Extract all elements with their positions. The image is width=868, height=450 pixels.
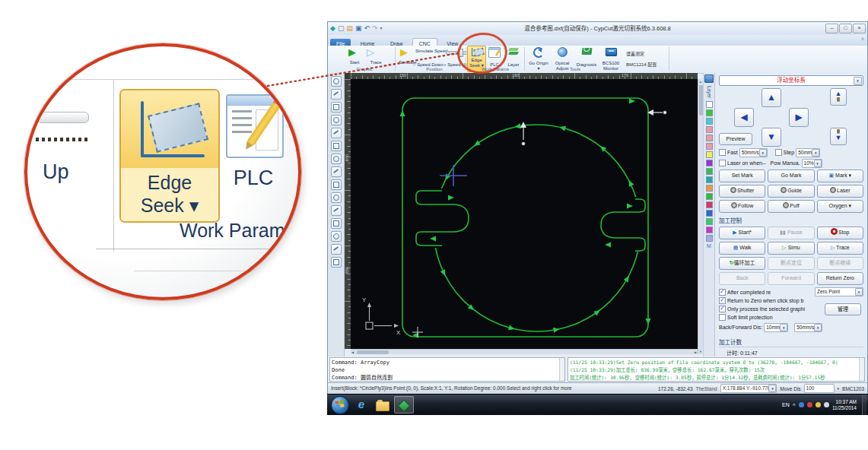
return-zero-checkbox[interactable]	[719, 297, 726, 304]
language-indicator[interactable]: EN	[782, 402, 790, 407]
shutter-button[interactable]: Shutter	[719, 185, 765, 198]
edge-seek-button-zoom[interactable]: Edge Seek ▾	[119, 89, 220, 223]
dis-select[interactable]: 10mm▾	[764, 323, 788, 332]
layer-color-swatch[interactable]	[706, 193, 713, 200]
laser-on-checkbox[interactable]	[719, 160, 726, 166]
tool-icon[interactable]	[331, 257, 342, 268]
coord-system-select[interactable]: 浮动坐标系 ▾	[719, 75, 863, 86]
canvas-hscrollbar[interactable]: ◀ ▶	[351, 349, 698, 354]
loop-process-button[interactable]: ↻循环加工	[719, 257, 765, 270]
console-scrollbar[interactable]	[859, 358, 864, 381]
taskbar-item-ie[interactable]: e	[351, 396, 371, 414]
layer-color-swatch[interactable]	[706, 135, 713, 141]
simulate-speed-slider-zoom[interactable]	[37, 112, 89, 123]
tool-icon[interactable]	[331, 102, 342, 112]
plc-icon[interactable]	[226, 94, 284, 158]
fast-checkbox[interactable]	[719, 149, 726, 156]
set-mark-button[interactable]: Set Mark	[719, 170, 765, 182]
optical-adjust-button[interactable]: Optical Adjust	[550, 46, 574, 57]
start-button[interactable]	[331, 396, 349, 414]
trace-button[interactable]: ▷	[367, 46, 374, 59]
start-button[interactable]: ▶ Start*	[719, 227, 765, 239]
tray-icon-red[interactable]	[807, 402, 812, 407]
bcs100-button[interactable]: BCS100 Monitor	[599, 46, 623, 56]
title-bar[interactable]: ◆ ▢ ▤ ▣ ↶ ↷ ▾ 混合参考图.dxf(自动保存) - CypCut激光…	[328, 22, 867, 35]
layer-color-swatch[interactable]	[706, 126, 713, 133]
pause-button[interactable]: ▮▮ Pause	[768, 227, 814, 239]
manage-button[interactable]: 管理	[825, 303, 861, 315]
close-button[interactable]: ×	[853, 24, 866, 33]
layer-tab-icon[interactable]	[704, 74, 714, 83]
laser-button[interactable]: Laser	[817, 185, 863, 198]
selected-only-checkbox[interactable]	[719, 306, 726, 312]
bmc1214-config-item[interactable]: BMC1214 配置	[626, 61, 657, 68]
guide-button[interactable]: Guide	[768, 185, 814, 198]
tool-icon[interactable]	[331, 231, 342, 242]
layer-color-swatch[interactable]	[706, 143, 713, 150]
taskbar-item-cypcut[interactable]	[394, 396, 414, 414]
layer-color-swatch[interactable]	[706, 176, 713, 183]
maximize-button[interactable]: □	[839, 24, 852, 33]
return-zero-button[interactable]: Return Zero	[817, 272, 863, 285]
tool-icon[interactable]	[331, 166, 342, 177]
canvas-vscrollbar[interactable]: ▲ ▼	[698, 79, 703, 354]
layer-color-swatch[interactable]	[706, 118, 713, 125]
layer-more[interactable]: M	[707, 243, 711, 249]
layer-color-swatch[interactable]	[706, 227, 713, 233]
dis-speed-select[interactable]: 50mm/s▾	[794, 323, 822, 332]
show-desktop-button[interactable]	[862, 395, 866, 415]
layer-color-swatch[interactable]	[706, 185, 713, 192]
layer-color-swatch[interactable]	[706, 168, 713, 175]
step-checkbox[interactable]	[775, 149, 782, 156]
puff-button[interactable]: Puff	[768, 200, 814, 213]
go-mark-button[interactable]: Go Mark	[768, 170, 814, 182]
layer-color-swatch[interactable]	[706, 101, 713, 108]
tool-icon[interactable]	[331, 89, 342, 100]
clock[interactable]: 10:37 AM 11/25/2014	[832, 399, 859, 411]
jog-down-button[interactable]: ▼	[761, 128, 781, 147]
plc-button[interactable]: PLC	[486, 46, 503, 58]
layer-color-swatch[interactable]	[706, 160, 713, 166]
jog-right-button[interactable]: ▶	[789, 108, 809, 127]
layer-color-swatch[interactable]	[706, 235, 713, 242]
error-measure-item[interactable]: 误差测定	[626, 50, 644, 57]
tool-icon[interactable]	[331, 115, 342, 125]
forward-button[interactable]: Forward	[768, 272, 814, 285]
chevron-down-icon[interactable]: ▾	[854, 77, 862, 85]
trace-button[interactable]: ▷ Trace	[817, 242, 863, 255]
position-combo[interactable]: X:178.884 Y:-910.778▾	[720, 384, 777, 393]
layer-color-swatch[interactable]	[706, 210, 713, 217]
layer-color-swatch[interactable]	[706, 218, 713, 225]
log-console[interactable]: (11/25 10:33:29)Set Zero position of Fil…	[568, 357, 865, 382]
chevron-down-icon[interactable]: ▾	[838, 386, 840, 391]
start-button[interactable]: ▶	[348, 46, 356, 59]
step-select[interactable]: 50mm▾	[796, 148, 820, 157]
tray-icon-yellow[interactable]	[816, 402, 821, 407]
oxygen-button[interactable]: Oxygen ▾	[817, 200, 863, 213]
tool-icon[interactable]	[331, 218, 342, 229]
tray-icon-blue[interactable]	[799, 402, 804, 407]
minimize-button[interactable]: –	[825, 24, 838, 33]
after-completed-checkbox[interactable]	[719, 289, 726, 296]
tool-icon[interactable]	[331, 192, 342, 203]
simu-button[interactable]: ▷ Simu	[768, 242, 814, 255]
breakpoint-locate-button[interactable]: 断点定位	[768, 257, 814, 270]
follow-button[interactable]: Follow	[719, 200, 765, 213]
power-select[interactable]: 10%▾	[802, 159, 822, 168]
layer-color-swatch[interactable]	[706, 201, 713, 208]
layer-button[interactable]: Layer	[504, 46, 523, 56]
tool-icon[interactable]	[331, 205, 342, 216]
walk-button[interactable]: ▦ Walk	[719, 242, 765, 255]
tray-expand-icon[interactable]: ˄	[793, 402, 796, 407]
drawing-canvas[interactable]: Y X	[351, 79, 698, 349]
plc-label-zoom[interactable]: PLC	[221, 166, 285, 190]
speaker-icon[interactable]	[824, 402, 829, 407]
follow-up-button[interactable]: ▲	[830, 88, 847, 106]
tool-icon[interactable]	[331, 141, 342, 151]
follow-down-button[interactable]: ▼	[830, 128, 847, 145]
breakpoint-continue-button[interactable]: 断点继续	[817, 257, 863, 270]
layer-color-swatch[interactable]	[706, 109, 713, 116]
tool-icon[interactable]	[331, 179, 342, 190]
move-dis-input[interactable]: 100	[804, 384, 835, 393]
preview-button[interactable]: Preview	[719, 133, 752, 145]
